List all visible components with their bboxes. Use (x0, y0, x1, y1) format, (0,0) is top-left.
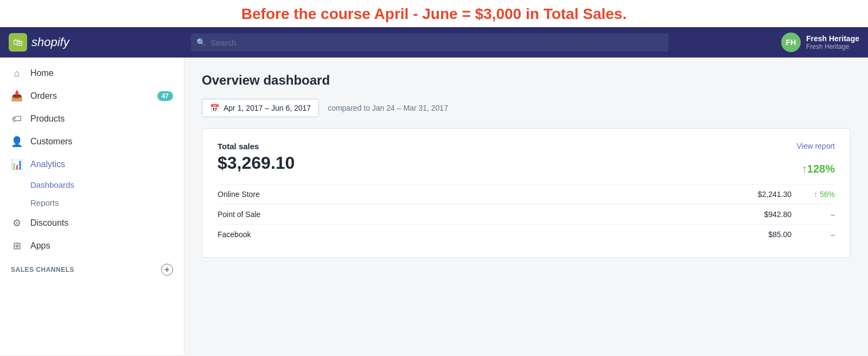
date-filter-row: 📅 Apr 1, 2017 – Jun 6, 2017 compared to … (202, 99, 851, 117)
sales-channels-section: SALES CHANNELS + (0, 257, 184, 279)
top-navigation: 🛍 shopify 🔍 FH Fresh Heritage Fresh Heri… (0, 27, 868, 58)
analytics-submenu: Dashboards Reports (0, 176, 184, 212)
sidebar-item-dashboards[interactable]: Dashboards (30, 176, 184, 194)
sidebar-label-customers: Customers (30, 137, 72, 147)
sidebar-item-home[interactable]: ⌂ Home (0, 62, 184, 85)
discounts-icon: ⚙ (11, 217, 23, 229)
apps-icon: ⊞ (11, 240, 23, 252)
card-main-row: $3,269.10 ↑128% (218, 153, 835, 175)
compared-label: compared to Jan 24 – Mar 31, 2017 (328, 104, 448, 112)
channel-change-pos: – (792, 210, 835, 219)
channel-name-pos: Point of Sale (218, 210, 716, 219)
channel-row-online: Online Store $2,241.30 ↑ 56% (218, 184, 835, 204)
total-sales-card: Total sales View report $3,269.10 ↑128% … (202, 128, 851, 258)
calendar-icon: 📅 (210, 104, 219, 112)
shopify-brand-name: shopify (31, 35, 69, 49)
sidebar-item-analytics[interactable]: 📊 Analytics (0, 153, 184, 176)
date-range-button[interactable]: 📅 Apr 1, 2017 – Jun 6, 2017 (202, 99, 319, 117)
user-menu[interactable]: FH Fresh Heritage Fresh Heritage (781, 33, 859, 52)
channel-row-pos: Point of Sale $942.80 – (218, 204, 835, 224)
promo-banner: Before the course April - June = $3,000 … (0, 0, 868, 27)
sidebar-label-orders: Orders (30, 91, 57, 101)
date-range-label: Apr 1, 2017 – Jun 6, 2017 (224, 104, 311, 112)
orders-badge: 47 (157, 91, 173, 101)
sidebar-item-apps[interactable]: ⊞ Apps (0, 234, 184, 257)
channel-value-online: $2,241.30 (716, 190, 792, 199)
sidebar-label-home: Home (30, 68, 54, 78)
channel-value-pos: $942.80 (716, 210, 792, 219)
channel-row-facebook: Facebook $85.00 – (218, 224, 835, 244)
main-content: Overview dashboard 📅 Apr 1, 2017 – Jun 6… (184, 58, 868, 355)
page-title: Overview dashboard (202, 73, 851, 88)
user-store: Fresh Heritage (806, 43, 859, 50)
search-area: 🔍 (191, 34, 668, 52)
sidebar: ⌂ Home 📥 Orders 47 🏷 Products 👤 Customer… (0, 58, 184, 355)
shopify-logo-icon: 🛍 (9, 33, 27, 52)
card-label: Total sales (218, 142, 259, 151)
home-icon: ⌂ (11, 67, 23, 79)
sidebar-item-customers[interactable]: 👤 Customers (0, 130, 184, 153)
analytics-icon: 📊 (11, 158, 23, 170)
card-header: Total sales View report (218, 142, 835, 151)
customers-icon: 👤 (11, 136, 23, 148)
channel-value-facebook: $85.00 (716, 230, 792, 239)
channel-name-facebook: Facebook (218, 230, 716, 239)
search-icon: 🔍 (196, 38, 206, 47)
sidebar-item-products[interactable]: 🏷 Products (0, 107, 184, 130)
channel-change-online: ↑ 56% (792, 190, 835, 199)
sidebar-label-products: Products (30, 114, 65, 124)
channel-name-online: Online Store (218, 190, 716, 199)
avatar: FH (781, 33, 801, 52)
channel-change-facebook: – (792, 230, 835, 239)
add-sales-channel-button[interactable]: + (161, 264, 173, 276)
sidebar-label-analytics: Analytics (30, 160, 65, 169)
products-icon: 🏷 (11, 113, 23, 125)
logo-area: 🛍 shopify (9, 33, 182, 52)
user-name: Fresh Heritage (806, 34, 859, 43)
user-info: Fresh Heritage Fresh Heritage (806, 34, 859, 50)
sidebar-item-discounts[interactable]: ⚙ Discounts (0, 212, 184, 234)
app-layout: ⌂ Home 📥 Orders 47 🏷 Products 👤 Customer… (0, 58, 868, 355)
sidebar-label-apps: Apps (30, 241, 50, 251)
search-input[interactable] (191, 34, 668, 52)
sidebar-item-reports[interactable]: Reports (30, 194, 184, 212)
sidebar-label-discounts: Discounts (30, 218, 68, 228)
total-sales-change: ↑128% (802, 163, 835, 175)
total-sales-value: $3,269.10 (218, 153, 295, 173)
orders-icon: 📥 (11, 90, 23, 102)
sales-channels-label: SALES CHANNELS (11, 266, 74, 274)
view-report-link[interactable]: View report (796, 142, 835, 150)
sidebar-item-orders[interactable]: 📥 Orders 47 (0, 85, 184, 107)
